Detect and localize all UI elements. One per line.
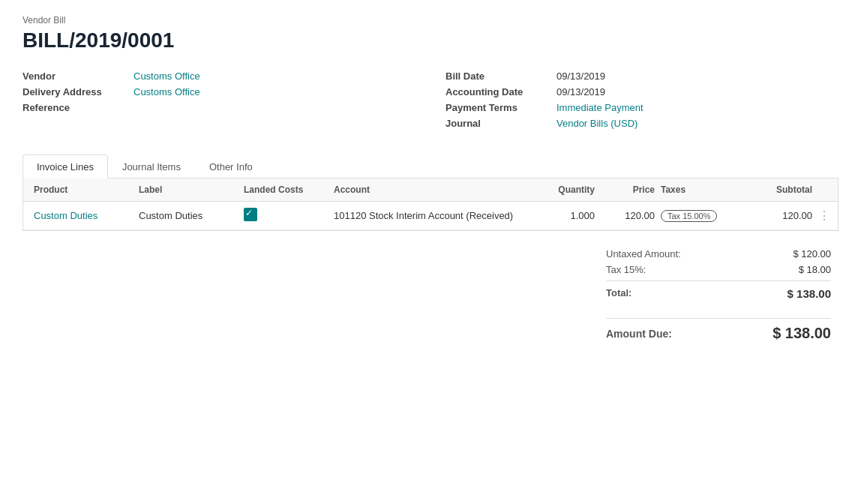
payment-terms-row: Payment Terms Immediate Payment	[446, 102, 838, 113]
row-taxes[interactable]: Tax 15.00%	[658, 208, 748, 224]
journal-label: Journal	[446, 118, 550, 129]
more-columns-icon[interactable]: ⋮	[815, 207, 830, 224]
accounting-date-row: Accounting Date 09/13/2019	[446, 86, 838, 98]
amount-due-value: $ 138.00	[772, 325, 831, 342]
payment-terms-label: Payment Terms	[446, 102, 550, 113]
col-price: Price	[598, 183, 658, 196]
reference-row: Reference	[22, 102, 416, 113]
tab-invoice-lines[interactable]: Invoice Lines	[22, 154, 108, 178]
delivery-address-value[interactable]: Customs Office	[134, 86, 200, 98]
col-label: Label	[136, 183, 241, 196]
vendor-field-label: Vendor	[22, 70, 128, 82]
reference-label: Reference	[22, 102, 128, 113]
form-right: Bill Date 09/13/2019 Accounting Date 09/…	[446, 70, 838, 134]
accounting-date-value[interactable]: 09/13/2019	[556, 86, 605, 98]
row-quantity: 1.000	[530, 208, 598, 223]
total-row: Total: $ 138.00	[606, 284, 831, 303]
vendor-row: Vendor Customs Office	[22, 70, 416, 82]
col-landed-costs: Landed Costs	[241, 183, 331, 196]
bill-date-row: Bill Date 09/13/2019	[446, 70, 838, 82]
tax-value: $ 18.00	[799, 264, 831, 275]
row-label: Custom Duties	[136, 208, 241, 223]
table-row[interactable]: Custom Duties Custom Duties 101120 Stock…	[23, 202, 838, 230]
row-account: 101120 Stock Interim Account (Received)	[331, 208, 530, 223]
amount-due-table: Amount Due: $ 138.00	[606, 318, 831, 342]
row-subtotal: 120.00	[748, 208, 815, 223]
col-more	[815, 183, 830, 196]
vendor-bill-page: Vendor Bill BILL/2019/0001 Vendor Custom…	[0, 0, 861, 504]
amount-due-section: Amount Due: $ 138.00	[22, 310, 838, 357]
col-subtotal: Subtotal	[748, 183, 815, 196]
bill-date-label: Bill Date	[446, 70, 550, 82]
amount-due-label: Amount Due:	[606, 328, 672, 340]
landed-costs-icon[interactable]	[244, 208, 257, 221]
tax-row: Tax 15%: $ 18.00	[606, 262, 831, 278]
totals-section: Untaxed Amount: $ 120.00 Tax 15%: $ 18.0…	[22, 231, 838, 310]
amount-due-row: Amount Due: $ 138.00	[606, 318, 831, 342]
tax-label: Tax 15%:	[606, 264, 646, 275]
vendor-label: Vendor Bill	[22, 15, 838, 26]
table-header: Product Label Landed Costs Account Quant…	[23, 178, 838, 202]
row-price: 120.00	[598, 208, 658, 223]
invoice-lines-table: Product Label Landed Costs Account Quant…	[22, 178, 838, 231]
row-product[interactable]: Custom Duties	[31, 208, 136, 223]
payment-terms-value[interactable]: Immediate Payment	[556, 102, 644, 113]
untaxed-amount-value: $ 120.00	[793, 248, 831, 260]
row-landed-costs[interactable]	[241, 206, 331, 225]
form-left: Vendor Customs Office Delivery Address C…	[22, 70, 416, 134]
col-account: Account	[331, 183, 530, 196]
bill-number: BILL/2019/0001	[22, 28, 838, 52]
delivery-address-row: Delivery Address Customs Office	[22, 86, 416, 98]
tax-badge: Tax 15.00%	[661, 210, 717, 222]
col-product: Product	[31, 183, 136, 196]
form-section: Vendor Customs Office Delivery Address C…	[22, 70, 838, 134]
col-quantity: Quantity	[530, 183, 598, 196]
col-taxes: Taxes	[658, 183, 748, 196]
accounting-date-label: Accounting Date	[446, 86, 550, 98]
totals-divider	[606, 280, 831, 281]
bill-date-value[interactable]: 09/13/2019	[556, 70, 605, 82]
tab-other-info[interactable]: Other Info	[195, 154, 267, 178]
total-label: Total:	[606, 287, 632, 300]
untaxed-amount-row: Untaxed Amount: $ 120.00	[606, 246, 831, 262]
totals-table: Untaxed Amount: $ 120.00 Tax 15%: $ 18.0…	[606, 246, 831, 303]
journal-value[interactable]: Vendor Bills (USD)	[556, 118, 638, 129]
tab-journal-items[interactable]: Journal Items	[108, 154, 195, 178]
vendor-value[interactable]: Customs Office	[134, 70, 200, 82]
delivery-address-label: Delivery Address	[22, 86, 128, 98]
untaxed-amount-label: Untaxed Amount:	[606, 248, 681, 260]
total-value: $ 138.00	[788, 287, 831, 300]
journal-row: Journal Vendor Bills (USD)	[446, 118, 838, 129]
tabs-bar: Invoice Lines Journal Items Other Info	[22, 154, 838, 178]
